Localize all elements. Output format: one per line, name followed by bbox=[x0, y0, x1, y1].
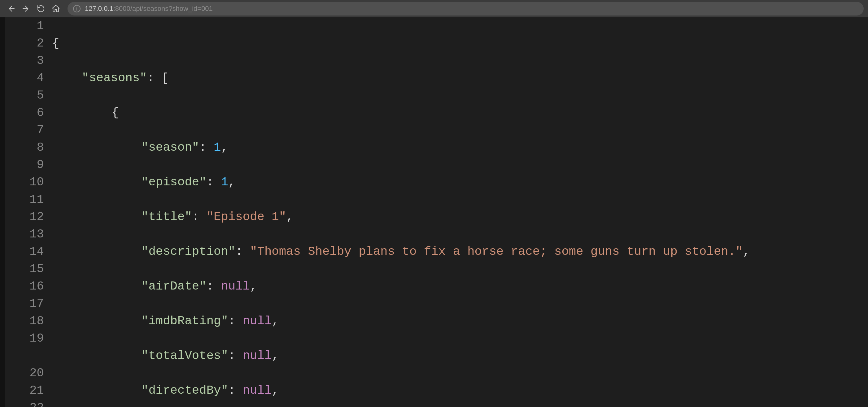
browser-toolbar: 127.0.0.1:8000/api/seasons?show_id=001 bbox=[0, 0, 868, 17]
line-number: 21 bbox=[5, 382, 44, 399]
line-number: 18 bbox=[5, 313, 44, 330]
code-line: "season": 1, bbox=[52, 139, 868, 156]
url-host: 127.0.0.1 bbox=[85, 5, 113, 12]
line-number: 3 bbox=[5, 52, 44, 69]
code-line: { bbox=[52, 104, 868, 121]
json-viewer: 1 2 3 4 5 6 7 8 9 10 11 12 13 14 15 16 1… bbox=[5, 17, 868, 407]
code-line: { bbox=[52, 35, 868, 52]
line-number: 20 bbox=[5, 365, 44, 382]
code-line: "seasons": [ bbox=[52, 69, 868, 87]
line-number: 17 bbox=[5, 295, 44, 313]
address-bar[interactable]: 127.0.0.1:8000/api/seasons?show_id=001 bbox=[67, 2, 864, 16]
line-number: 12 bbox=[5, 208, 44, 226]
url-path: :8000/api/seasons?show_id=001 bbox=[113, 5, 213, 12]
code-line: "episode": 1, bbox=[52, 174, 868, 191]
home-button[interactable] bbox=[49, 2, 63, 16]
code-line: "airDate": null, bbox=[52, 278, 868, 295]
line-number: 9 bbox=[5, 156, 44, 174]
forward-button[interactable] bbox=[19, 2, 33, 16]
url-text: 127.0.0.1:8000/api/seasons?show_id=001 bbox=[85, 5, 213, 13]
line-number-gutter: 1 2 3 4 5 6 7 8 9 10 11 12 13 14 15 16 1… bbox=[5, 17, 48, 407]
line-number: 1 bbox=[5, 17, 44, 35]
arrow-right-icon bbox=[21, 4, 31, 13]
line-number: 15 bbox=[5, 260, 44, 278]
line-number: 2 bbox=[5, 35, 44, 52]
left-scroll-strip bbox=[0, 17, 5, 407]
line-number: 8 bbox=[5, 139, 44, 156]
arrow-left-icon bbox=[6, 4, 16, 13]
line-number: 10 bbox=[5, 174, 44, 191]
info-icon[interactable] bbox=[73, 5, 81, 12]
json-code: { "seasons": [ { "season": 1, "episode":… bbox=[48, 17, 868, 407]
line-number: 14 bbox=[5, 243, 44, 260]
line-number: 19 bbox=[5, 330, 44, 365]
code-line: "directedBy": null, bbox=[52, 382, 868, 399]
code-line: "totalVotes": null, bbox=[52, 347, 868, 365]
reload-button[interactable] bbox=[34, 2, 48, 16]
line-number: 22 bbox=[5, 399, 44, 407]
code-line: "description": "Thomas Shelby plans to f… bbox=[52, 243, 868, 260]
line-number: 7 bbox=[5, 121, 44, 139]
line-number: 5 bbox=[5, 87, 44, 104]
reload-icon bbox=[36, 4, 45, 13]
line-number: 11 bbox=[5, 191, 44, 208]
line-number: 6 bbox=[5, 104, 44, 121]
line-number: 16 bbox=[5, 278, 44, 295]
code-line: "title": "Episode 1", bbox=[52, 208, 868, 226]
home-icon bbox=[51, 4, 60, 13]
code-line: "imdbRating": null, bbox=[52, 313, 868, 330]
back-button[interactable] bbox=[4, 2, 18, 16]
line-number: 4 bbox=[5, 69, 44, 87]
line-number: 13 bbox=[5, 226, 44, 243]
